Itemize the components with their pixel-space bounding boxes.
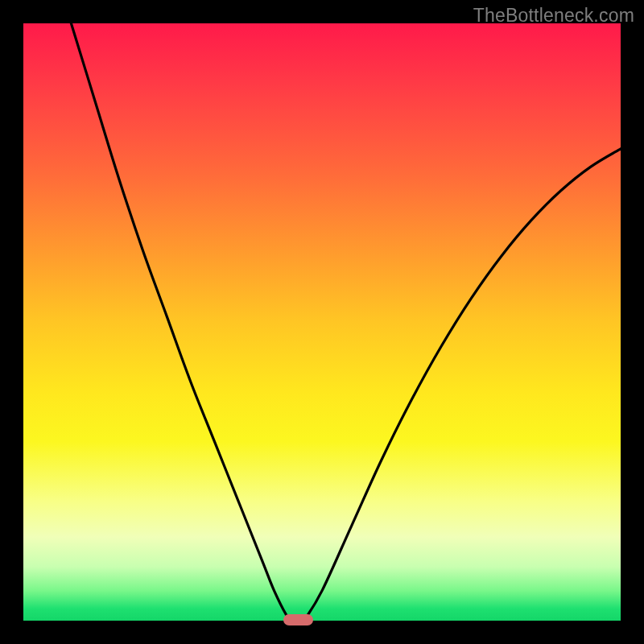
curve-path [71,23,621,621]
chart-frame: TheBottleneck.com [0,0,644,644]
plot-area [23,23,621,621]
bottleneck-curve [23,23,621,621]
watermark-text: TheBottleneck.com [473,5,634,27]
minimum-marker [283,614,313,625]
